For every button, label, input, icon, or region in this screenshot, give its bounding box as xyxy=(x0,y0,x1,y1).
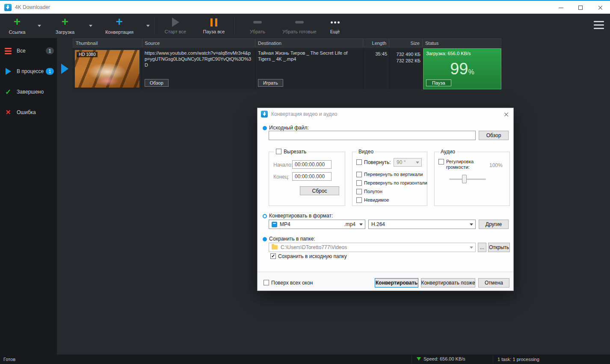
volume-checkbox[interactable]: Регулировка громкости: xyxy=(438,159,481,170)
add-link-button[interactable]: + Ссылка xyxy=(0,14,34,38)
table-header: Thumbnail Source Destination Length Size… xyxy=(73,38,501,47)
percent-sign: % xyxy=(468,68,474,76)
column-header-destination[interactable]: Destination xyxy=(255,39,363,47)
pause-all-button[interactable]: Пауза все xyxy=(195,14,233,38)
ready-status: Готов xyxy=(3,357,15,362)
list-icon xyxy=(4,48,12,54)
remove-button[interactable]: Убрать xyxy=(236,14,279,38)
remove-label: Убрать xyxy=(250,29,265,34)
play-file-button[interactable]: Играть xyxy=(258,79,283,87)
maximize-button[interactable] xyxy=(571,1,590,15)
ellipsis-icon xyxy=(331,18,340,27)
add-conversion-button[interactable]: + Конвертация xyxy=(96,14,143,38)
cut-end-label: Конец: xyxy=(273,174,289,180)
pause-download-button[interactable]: Пауза xyxy=(426,79,451,86)
menu-button[interactable] xyxy=(594,21,604,29)
more-button[interactable]: Ещё xyxy=(320,14,350,38)
add-download-button[interactable]: + Загрузка xyxy=(44,14,86,38)
remove-icon xyxy=(295,21,304,23)
close-button[interactable] xyxy=(590,1,610,15)
always-on-top-checkbox[interactable]: Поверх всех окон xyxy=(264,280,313,286)
column-header-size[interactable]: Size xyxy=(389,39,423,47)
count-badge: 1 xyxy=(46,47,54,54)
column-header-status[interactable]: Status xyxy=(423,39,501,47)
column-header-source[interactable]: Source xyxy=(142,39,255,47)
download-speed-text: Загрузка: 656.0 KB/s xyxy=(426,51,471,56)
other-formats-button[interactable]: Другие xyxy=(479,220,509,229)
rotate-checkbox[interactable]: Повернуть: xyxy=(356,159,391,165)
sidebar-item-all[interactable]: Все 1 xyxy=(0,41,57,61)
app-icon xyxy=(261,111,268,117)
sidebar-item-error[interactable]: Ошибка xyxy=(0,102,57,123)
remove-finished-button[interactable]: Убрать готовые xyxy=(279,14,320,38)
more-label: Ещё xyxy=(330,29,340,34)
flip-vertical-checkbox[interactable]: Перевернуть по вертикали xyxy=(356,172,423,177)
video-length: 35:45 xyxy=(364,48,389,59)
quality-badge: HD 1080 xyxy=(77,52,98,57)
status-bar: Готов Speed: 656.00 KB/s 1 task: 1 proce… xyxy=(0,355,610,364)
column-header-length[interactable]: Length xyxy=(363,39,389,47)
convert-button[interactable]: Конвертировать xyxy=(375,278,418,288)
speed-text: Speed: 656.00 KB/s xyxy=(423,356,465,361)
cut-reset-button[interactable]: Сброс xyxy=(300,186,339,195)
flip-horizontal-checkbox[interactable]: Перевернуть по горизонтали xyxy=(356,180,427,186)
cut-start-input[interactable] xyxy=(292,160,332,169)
flip-horizontal-label: Перевернуть по горизонтали xyxy=(364,180,427,185)
video-group-title: Видео xyxy=(357,149,375,155)
chevron-down-icon xyxy=(357,220,364,228)
source-file-input[interactable] xyxy=(269,131,476,140)
add-link-dropdown[interactable] xyxy=(34,14,44,38)
save-source-folder-checkbox[interactable]: Сохранить в исходную папку xyxy=(270,253,347,259)
cancel-button[interactable]: Отмена xyxy=(478,278,509,288)
codec-value: H.264 xyxy=(371,221,385,227)
format-value: MP4 xyxy=(280,221,290,227)
error-icon xyxy=(4,109,12,116)
halftone-checkbox[interactable]: Полутон xyxy=(356,189,382,194)
save-folder-label: Сохранить в папке: xyxy=(269,236,315,242)
volume-slider[interactable] xyxy=(449,179,486,180)
convert-later-button[interactable]: Конвертировать позже xyxy=(421,278,475,288)
thumbnail-cell: HD 1080 xyxy=(73,48,142,89)
start-all-button[interactable]: Старт все xyxy=(156,14,195,38)
rotate-angle-select[interactable]: 90 ° xyxy=(394,158,422,167)
invisible-label: Невидимое xyxy=(364,197,389,203)
format-select[interactable]: MP4 .mp4 xyxy=(269,220,365,229)
invisible-checkbox[interactable]: Невидимое xyxy=(356,197,389,203)
chevron-down-icon xyxy=(146,25,150,27)
chevron-down-icon xyxy=(38,25,41,27)
checkbox-box xyxy=(438,159,444,164)
column-header-thumbnail[interactable]: Thumbnail xyxy=(73,39,142,47)
source-file-radio[interactable] xyxy=(263,126,267,130)
add-download-dropdown[interactable] xyxy=(86,14,96,38)
save-folder-radio[interactable] xyxy=(263,237,267,241)
volume-label: Регулировка громкости: xyxy=(446,159,481,170)
rotate-label: Повернуть: xyxy=(364,159,391,165)
dialog-close-button[interactable] xyxy=(503,112,509,117)
cut-checkbox-label: Вырезать xyxy=(284,149,306,155)
browse-button[interactable]: Обзор xyxy=(479,131,509,140)
table-row[interactable]: HD 1080 https://www.youtube.com/watch?v=… xyxy=(57,48,501,89)
titlebar: 4K Downloader xyxy=(0,0,610,14)
play-icon xyxy=(4,68,12,75)
checkbox-box xyxy=(264,280,269,285)
cut-end-input[interactable] xyxy=(292,172,332,181)
play-icon xyxy=(172,18,179,27)
sidebar-item-label: Завершено xyxy=(17,89,44,95)
open-folder-button[interactable]: Открыть xyxy=(488,243,510,252)
codec-select[interactable]: H.264 xyxy=(368,220,476,229)
folder-path: C:\Users\DToretto777\Videos xyxy=(281,244,347,250)
folder-browse-button[interactable]: ... xyxy=(478,243,486,252)
sidebar-item-completed[interactable]: Завершено xyxy=(0,82,57,102)
format-radio[interactable] xyxy=(263,214,267,218)
minimize-button[interactable] xyxy=(551,1,571,15)
save-folder-select[interactable]: C:\Users\DToretto777\Videos xyxy=(269,243,476,252)
add-conversion-dropdown[interactable] xyxy=(143,14,153,38)
cut-checkbox[interactable]: Вырезать xyxy=(276,149,306,155)
sidebar-item-in-progress[interactable]: В процессе 1 xyxy=(0,61,57,82)
add-download-label: Загрузка xyxy=(56,29,74,35)
volume-slider-thumb[interactable] xyxy=(462,175,467,183)
browse-source-button[interactable]: Обзор xyxy=(145,79,169,87)
format-extension: .mp4 xyxy=(344,221,355,227)
count-badge: 1 xyxy=(46,68,54,75)
window-title: 4K Downloader xyxy=(15,4,50,10)
